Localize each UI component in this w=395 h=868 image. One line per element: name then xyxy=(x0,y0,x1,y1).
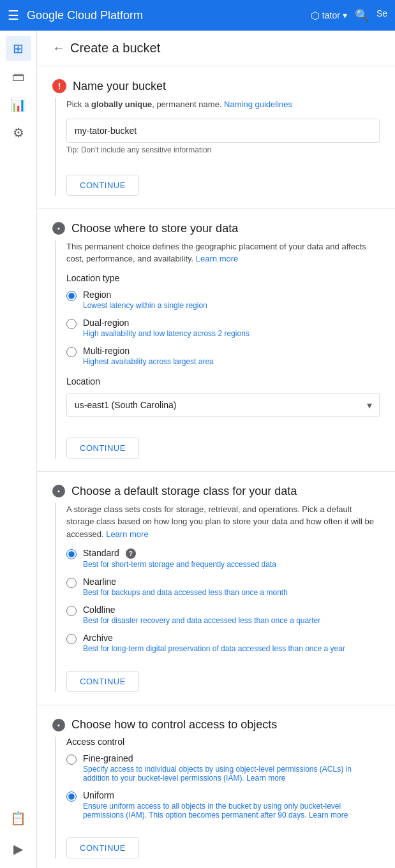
radio-fine-sublabel: Specify access to individual objects by … xyxy=(83,765,380,783)
sidebar-item-storage[interactable]: 🗃 xyxy=(6,64,31,89)
radio-multi-sublabel: Highest availability across largest area xyxy=(83,357,214,366)
section-storage-body: A storage class sets costs for storage, … xyxy=(55,503,380,693)
section-name-desc: Pick a globally unique, permanent name. … xyxy=(66,98,380,111)
section-access-body: Access control Fine-grained Specify acce… xyxy=(55,737,380,858)
radio-multi-region[interactable] xyxy=(66,347,77,357)
radio-nearline-labels: Nearline Best for backups and data acces… xyxy=(83,577,288,597)
page-header: ← Create a bucket xyxy=(37,31,395,66)
menu-icon[interactable]: ☰ xyxy=(8,8,19,23)
section-name-body: Pick a globally unique, permanent name. … xyxy=(55,98,380,196)
dashboard-icon: ⊞ xyxy=(13,41,24,56)
radio-uniform-label: Uniform xyxy=(83,790,380,800)
sidebar-item-analytics[interactable]: 📊 xyxy=(6,92,31,117)
radio-option-nearline: Nearline Best for backups and data acces… xyxy=(66,577,380,597)
radio-option-uniform: Uniform Ensure uniform access to all obj… xyxy=(66,790,380,820)
continue-button-storage[interactable]: CONTINUE xyxy=(66,671,139,692)
storage-icon: 🗃 xyxy=(12,70,25,84)
radio-archive-label: Archive xyxy=(83,633,345,643)
settings-icon: ⚙ xyxy=(13,125,24,140)
sidebar-item-settings[interactable]: ⚙ xyxy=(6,120,31,145)
radio-coldline-label: Coldline xyxy=(83,605,320,615)
radio-nearline[interactable] xyxy=(66,578,77,588)
continue-button-access[interactable]: CONTINUE xyxy=(66,837,139,858)
radio-standard-sublabel: Best for short-term storage and frequent… xyxy=(83,560,276,569)
radio-multi-labels: Multi-region Highest availability across… xyxy=(83,346,214,366)
error-indicator: ! xyxy=(52,79,66,93)
analytics-icon: 📊 xyxy=(10,97,26,112)
radio-standard-label: Standard ? xyxy=(83,548,276,559)
radio-multi-label: Multi-region xyxy=(83,346,214,356)
radio-fine-grained[interactable] xyxy=(66,754,77,765)
radio-archive-labels: Archive Best for long-term digital prese… xyxy=(83,633,345,653)
radio-option-standard: Standard ? Best for short-term storage a… xyxy=(66,548,380,569)
section-name-header: ! Name your bucket xyxy=(52,79,380,93)
bucket-name-input[interactable] xyxy=(66,119,380,143)
section-location: • Choose where to store your data This p… xyxy=(37,209,395,472)
sidebar-item-activity[interactable]: 📋 xyxy=(6,805,31,831)
account-icon[interactable]: Se xyxy=(376,8,387,22)
project-name: tator xyxy=(322,10,340,20)
bullet-indicator: • xyxy=(52,222,65,235)
activity-icon: 📋 xyxy=(10,811,26,826)
location-type-group: Region Lowest latency within a single re… xyxy=(66,290,380,366)
uniform-learn-more-link[interactable]: Learn more xyxy=(309,811,348,820)
storage-learn-more-link[interactable]: Learn more xyxy=(106,529,148,539)
project-dropdown-icon[interactable]: ▾ xyxy=(343,10,347,20)
radio-dual-labels: Dual-region High availability and low la… xyxy=(83,318,250,338)
topbar: ☰ Google Cloud Platform ⬡ tator ▾ 🔍 Se xyxy=(0,0,395,31)
radio-dual-label: Dual-region xyxy=(83,318,250,328)
sidebar-item-dashboard[interactable]: ⊞ xyxy=(6,36,31,61)
radio-dual-region[interactable] xyxy=(66,319,77,329)
radio-option-multi: Multi-region Highest availability across… xyxy=(66,346,380,366)
section-location-body: This permanent choice defines the geogra… xyxy=(55,240,380,459)
radio-coldline-sublabel: Best for disaster recovery and data acce… xyxy=(83,616,320,625)
radio-coldline[interactable] xyxy=(66,606,77,616)
radio-coldline-labels: Coldline Best for disaster recovery and … xyxy=(83,605,320,625)
radio-option-coldline: Coldline Best for disaster recovery and … xyxy=(66,605,380,625)
radio-nearline-label: Nearline xyxy=(83,577,288,587)
radio-uniform-labels: Uniform Ensure uniform access to all obj… xyxy=(83,790,380,820)
input-tip: Tip: Don't include any sensitive informa… xyxy=(66,145,380,154)
project-selector[interactable]: ⬡ tator ▾ xyxy=(311,10,347,22)
location-type-label: Location type xyxy=(66,273,380,283)
section-name: ! Name your bucket Pick a globally uniqu… xyxy=(37,66,395,209)
radio-fine-labels: Fine-grained Specify access to individua… xyxy=(83,753,380,783)
radio-fine-label: Fine-grained xyxy=(83,753,380,763)
radio-option-fine: Fine-grained Specify access to individua… xyxy=(66,753,380,783)
radio-nearline-sublabel: Best for backups and data accessed less … xyxy=(83,588,288,597)
sidebar-item-expand[interactable]: ▶ xyxy=(6,836,31,862)
section-access-title: Choose how to control access to objects xyxy=(71,718,277,732)
section-location-title: Choose where to store your data xyxy=(71,222,238,235)
radio-uniform[interactable] xyxy=(66,791,77,802)
radio-region-labels: Region Lowest latency within a single re… xyxy=(83,290,207,310)
radio-region-sublabel: Lowest latency within a single region xyxy=(83,301,207,310)
section-name-title: Name your bucket xyxy=(73,80,166,93)
back-button[interactable]: ← xyxy=(52,41,65,55)
bullet-indicator-3: • xyxy=(52,719,65,732)
radio-region[interactable] xyxy=(66,291,77,301)
radio-standard-labels: Standard ? Best for short-term storage a… xyxy=(83,548,276,569)
search-icon[interactable]: 🔍 xyxy=(355,8,369,22)
radio-option-dual: Dual-region High availability and low la… xyxy=(66,318,380,338)
location-select[interactable]: us-east1 (South Carolina) us-central1 (I… xyxy=(66,393,380,417)
bullet-indicator-2: • xyxy=(52,485,65,497)
location-subsection: Location us-east1 (South Carolina) us-ce… xyxy=(66,376,380,417)
continue-button-location[interactable]: CONTINUE xyxy=(66,438,139,459)
location-type-subsection: Location type Region Lowest latency with… xyxy=(66,273,380,366)
radio-region-label: Region xyxy=(83,290,207,300)
topbar-actions: 🔍 Se xyxy=(355,8,387,22)
section-access-header: • Choose how to control access to object… xyxy=(52,718,380,732)
naming-guidelines-link[interactable]: Naming guidelines xyxy=(224,99,292,109)
fine-learn-more-link[interactable]: Learn more xyxy=(246,774,285,783)
continue-button-name[interactable]: CONTINUE xyxy=(66,175,139,196)
access-control-label: Access control xyxy=(66,737,380,747)
radio-option-archive: Archive Best for long-term digital prese… xyxy=(66,633,380,653)
sidebar: ⊞ 🗃 📊 ⚙ 📋 ▶ xyxy=(0,31,37,868)
standard-question-icon[interactable]: ? xyxy=(126,548,136,559)
location-learn-more-link[interactable]: Learn more xyxy=(196,254,238,263)
access-control-group: Fine-grained Specify access to individua… xyxy=(66,753,380,820)
section-storage-title: Choose a default storage class for your … xyxy=(71,485,297,498)
radio-archive[interactable] xyxy=(66,634,77,644)
section-location-desc: This permanent choice defines the geogra… xyxy=(66,240,380,265)
radio-standard[interactable] xyxy=(66,549,77,559)
